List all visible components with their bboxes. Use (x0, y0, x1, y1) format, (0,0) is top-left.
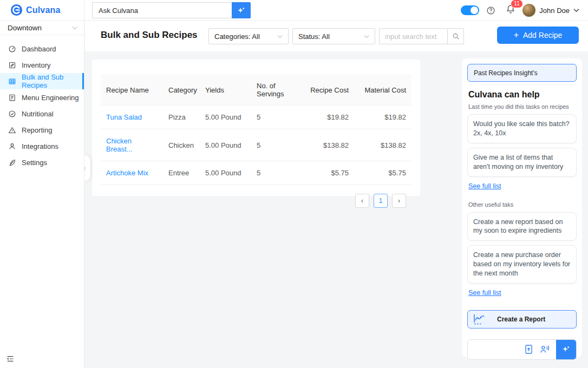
yields-cell: 5.00 Pound (200, 106, 251, 129)
sidebar-item-dashboard[interactable]: Dashbaord (0, 41, 84, 57)
sidebar-item-label: Nutritional (22, 110, 54, 118)
chevron-down-icon (72, 26, 77, 30)
status-select-value: Status: All (298, 32, 330, 41)
categories-select-value: Categories: All (214, 32, 260, 41)
suggestion-card[interactable]: Create a new report based on my soon to … (467, 212, 577, 241)
help-button[interactable] (486, 6, 495, 15)
status-select[interactable]: Status: All (292, 28, 375, 44)
menu-fold-button[interactable] (6, 354, 15, 363)
material-cost-cell: $5.75 (354, 161, 411, 185)
ask-composer (467, 339, 577, 360)
upload-file-button[interactable] (524, 344, 534, 354)
topbar: Culvana (0, 0, 588, 21)
recipe-name-link[interactable]: Chicken Breast... (101, 129, 163, 161)
material-cost-cell: $138.82 (354, 134, 411, 157)
topbar-right-cluster: 11 John Doe (461, 0, 579, 21)
suggestion-card[interactable]: Create a new purchase order based on my … (467, 245, 577, 284)
pagination-next-button[interactable]: › (392, 194, 406, 208)
column-header: Recipe Cost (303, 79, 354, 101)
culvana-logo-icon (11, 4, 22, 16)
search-input[interactable] (379, 28, 447, 44)
ask-sparkle-button[interactable] (232, 2, 251, 18)
table-row: Tuna Salad Pizza 5.00 Pound 5 $19.82 $19… (101, 106, 411, 129)
check-circle-icon (8, 110, 16, 118)
sparkle-icon (237, 6, 246, 15)
create-report-button[interactable]: Create a Report (467, 310, 577, 328)
search-button[interactable] (447, 28, 464, 44)
material-cost-cell: $19.82 (354, 106, 411, 129)
document-list-icon (8, 94, 16, 102)
composer-sparkle-button[interactable] (556, 339, 576, 360)
voice-person-icon (540, 344, 550, 354)
see-full-list-link[interactable]: See full list (467, 289, 501, 297)
sidebar-item-reporting[interactable]: Reporting (0, 122, 84, 138)
user-menu[interactable]: John Doe (522, 4, 579, 17)
column-header: No. of Servings (251, 75, 303, 105)
see-full-list-link[interactable]: See full list (467, 182, 501, 190)
category-cell: Entree (163, 161, 200, 185)
user-name: John Doe (539, 6, 570, 15)
column-header: Category (163, 79, 200, 101)
line-chart-icon (473, 314, 487, 325)
sidebar-item-inventory[interactable]: Inventory (0, 57, 84, 73)
table-header-row: Recipe Name Category Yields No. of Servi… (101, 75, 411, 106)
recipes-table-card: Recipe Name Category Yields No. of Servi… (92, 60, 420, 196)
recipe-cost-cell: $5.75 (303, 161, 354, 185)
sidebar-item-menu-engineering[interactable]: Menu Engineering (0, 89, 84, 106)
sidebar: Downtown Dashbaord Inventory (0, 21, 84, 368)
table-row: Chicken Breast... Chicken 5.00 Pound 5 $… (101, 129, 411, 161)
suggestion-card[interactable]: Give me a list of items that aren't movi… (467, 148, 577, 177)
warning-triangle-icon (8, 126, 16, 134)
sidebar-item-integrations[interactable]: Integrations (0, 138, 84, 154)
sidebar-item-label: Settings (22, 159, 47, 167)
plus-icon: + (514, 31, 519, 40)
recent-tasks-label: Last time you did this tasks on recipes (467, 103, 577, 110)
pagination-prev-button[interactable]: ‹ (355, 194, 369, 208)
sidebar-item-settings[interactable]: Settings (0, 154, 84, 170)
add-recipe-button[interactable]: + Add Recipe (497, 27, 579, 44)
chevron-down-icon (277, 35, 283, 38)
person-icon (8, 142, 16, 150)
toggle-knob (471, 6, 478, 14)
category-cell: Pizza (163, 106, 200, 129)
yields-cell: 5.00 Pound (200, 161, 251, 185)
sidebar-item-bulk-and-sub-recipes[interactable]: Bulk and Sub Recipes (0, 73, 84, 89)
categories-select[interactable]: Categories: All (208, 28, 289, 44)
brand-name: Culvana (26, 5, 61, 15)
notifications[interactable]: 11 (506, 4, 515, 16)
yields-cell: 5.00 Pound (200, 134, 251, 157)
composer-input[interactable] (468, 340, 524, 359)
pagination: ‹ 1 › (101, 194, 406, 208)
voice-input-button[interactable] (540, 344, 550, 354)
recipe-cost-cell: $138.82 (303, 134, 354, 157)
column-header: Yields (200, 79, 251, 101)
recipe-name-link[interactable]: Tuna Salad (101, 106, 163, 129)
avatar (522, 4, 535, 17)
main-header: Bulk and Sub Recipes Categories: All Sta… (85, 21, 588, 51)
menu-fold-icon (6, 354, 15, 363)
ask-culvana-input[interactable] (92, 2, 232, 18)
sparkle-icon (561, 345, 571, 354)
sidebar-item-label: Reporting (22, 126, 52, 134)
sidebar-nav: Dashbaord Inventory Bulk and Sub Recipes… (0, 41, 84, 170)
past-recipes-insights-button[interactable]: Past Recipes Insight's (467, 64, 577, 82)
ask-culvana-bar (92, 2, 251, 18)
sidebar-item-label: Inventory (22, 61, 50, 69)
location-selector[interactable]: Downtown (0, 21, 84, 35)
recipe-name-link[interactable]: Artichoke Mix (101, 161, 163, 185)
search-icon (452, 32, 460, 40)
edit-square-icon (8, 61, 16, 69)
sidebar-item-nutritional[interactable]: Nutritional (0, 106, 84, 122)
table-row: Artichoke Mix Entree 5.00 Pound 5 $5.75 … (101, 161, 411, 185)
chevron-down-icon (364, 35, 369, 38)
ai-toggle[interactable] (461, 5, 479, 15)
location-label: Downtown (8, 24, 42, 32)
servings-cell: 5 (251, 134, 303, 157)
chevron-down-icon (573, 8, 579, 12)
upload-file-icon (524, 344, 534, 354)
servings-cell: 5 (251, 106, 303, 129)
pagination-page-1[interactable]: 1 (374, 194, 388, 208)
suggestion-card[interactable]: Would you like scale this batch? 2x, 4x,… (467, 114, 577, 143)
brand-logo[interactable]: Culvana (0, 0, 84, 20)
servings-cell: 5 (251, 161, 303, 185)
